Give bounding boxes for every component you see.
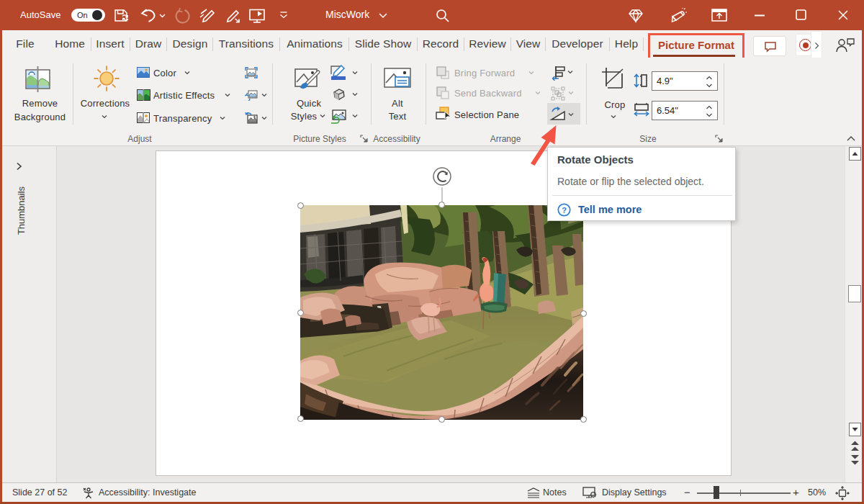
- svg-text:?: ?: [562, 206, 567, 215]
